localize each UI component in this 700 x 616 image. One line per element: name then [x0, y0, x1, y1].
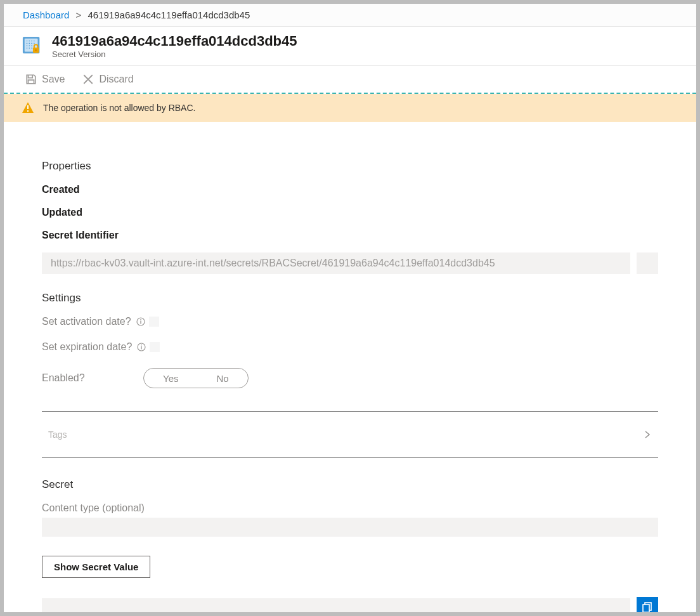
enabled-no[interactable]: No	[197, 369, 247, 388]
svg-rect-20	[27, 105, 29, 109]
discard-button[interactable]: Discard	[79, 71, 137, 88]
breadcrumb-current: 461919a6a94c4c119effa014dcd3db45	[88, 10, 250, 20]
secret-lock-icon	[22, 36, 43, 57]
activation-date-label: Set activation date?	[42, 316, 145, 327]
discard-icon	[82, 74, 94, 85]
copy-icon	[642, 601, 653, 612]
copy-identifier-placeholder[interactable]	[637, 252, 658, 274]
svg-point-4	[31, 40, 32, 41]
content-area: Properties Created Updated Secret Identi…	[4, 122, 696, 612]
page-subtitle: Secret Version	[52, 49, 297, 59]
enabled-yes[interactable]: Yes	[144, 369, 197, 388]
save-icon	[25, 74, 37, 85]
svg-point-7	[29, 43, 30, 44]
page-title: 461919a6a94c4c119effa014dcd3db45	[52, 33, 297, 49]
warning-bar: The operation is not allowed by RBAC.	[4, 94, 696, 122]
svg-point-10	[27, 45, 28, 46]
svg-point-2	[27, 40, 28, 41]
secret-identifier-input[interactable]	[42, 252, 630, 274]
toolbar: Save Discard	[4, 66, 696, 94]
svg-rect-19	[36, 49, 37, 51]
svg-rect-27	[141, 344, 142, 345]
secret-identifier-label: Secret Identifier	[42, 230, 658, 241]
secret-value-input[interactable]	[42, 598, 630, 612]
copy-secret-button[interactable]	[637, 597, 658, 612]
expiration-date-checkbox[interactable]	[150, 342, 160, 352]
svg-point-11	[29, 45, 30, 46]
svg-rect-26	[141, 346, 142, 350]
info-icon[interactable]	[137, 343, 146, 351]
breadcrumb-separator: >	[76, 10, 82, 20]
tags-row[interactable]: Tags	[42, 411, 658, 458]
svg-point-5	[34, 40, 35, 41]
settings-heading: Settings	[42, 292, 658, 305]
svg-rect-24	[140, 319, 141, 320]
warning-text: The operation is not allowed by RBAC.	[43, 103, 195, 113]
svg-point-9	[34, 43, 35, 44]
chevron-right-icon	[643, 430, 652, 439]
breadcrumb: Dashboard > 461919a6a94c4c119effa014dcd3…	[4, 4, 696, 27]
title-row: 461919a6a94c4c119effa014dcd3db45 Secret …	[4, 27, 696, 66]
svg-rect-23	[140, 321, 141, 324]
info-icon[interactable]	[136, 317, 145, 326]
content-type-label: Content type (optional)	[42, 502, 658, 514]
discard-label: Discard	[99, 74, 133, 85]
svg-point-8	[31, 43, 32, 44]
secret-heading: Secret	[42, 478, 658, 491]
svg-rect-21	[27, 110, 29, 112]
svg-point-6	[27, 43, 28, 44]
save-button[interactable]: Save	[22, 71, 68, 88]
svg-point-12	[31, 45, 32, 46]
content-type-input[interactable]	[42, 518, 658, 537]
svg-rect-29	[643, 605, 649, 612]
save-label: Save	[42, 74, 65, 85]
properties-heading: Properties	[42, 160, 658, 173]
svg-point-14	[27, 48, 28, 49]
enabled-label: Enabled?	[42, 372, 143, 384]
enabled-toggle[interactable]: Yes No	[143, 368, 249, 388]
created-label: Created	[42, 184, 658, 195]
svg-point-15	[29, 48, 30, 49]
expiration-date-label: Set expiration date?	[42, 341, 146, 353]
svg-point-3	[29, 40, 30, 41]
svg-point-16	[31, 48, 32, 49]
updated-label: Updated	[42, 207, 658, 218]
warning-icon	[22, 102, 34, 114]
show-secret-button[interactable]: Show Secret Value	[42, 556, 150, 578]
activation-date-checkbox[interactable]	[149, 317, 159, 327]
breadcrumb-dashboard-link[interactable]: Dashboard	[23, 10, 69, 20]
window: Dashboard > 461919a6a94c4c119effa014dcd3…	[4, 4, 696, 612]
tags-label: Tags	[48, 429, 67, 440]
